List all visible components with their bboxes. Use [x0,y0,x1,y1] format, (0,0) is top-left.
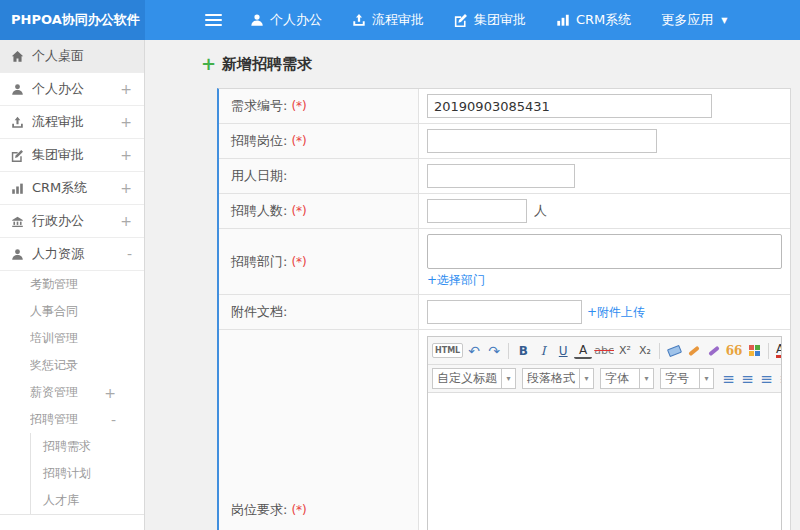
sidebar-item-hr[interactable]: 人力资源 - [0,238,144,271]
topbar: PHPOA协同办公软件 个人办公 流程审批 集团审批 CRM系统 [0,0,800,40]
field-label: 附件文档: [219,295,419,329]
sidebar-item-hr-contract[interactable]: 人事合同 [0,298,144,325]
field-label-text: 招聘人数: [231,202,287,220]
expand-minus-icon: - [111,412,116,428]
sidebar-item-label: 集团审批 [32,146,120,164]
field-value [419,159,790,193]
field-label: 用人日期: [219,159,419,193]
custom-title-select[interactable]: 自定义标题 ▾ [432,368,516,389]
sidebar-item-recruit-plan[interactable]: 招聘计划 [31,460,144,487]
nav-group-approval[interactable]: 集团审批 [454,11,526,29]
field-label: 招聘部门: (*) [219,229,419,294]
sidebar-item-admin-office[interactable]: 行政办公 + [0,205,144,238]
sidebar: 个人桌面 个人办公 + 流程审批 + 集团审批 + [0,40,145,530]
nav-label: CRM系统 [576,11,631,29]
menu-toggle-icon[interactable] [201,10,226,30]
field-label-text: 招聘部门: [231,253,287,271]
underline-icon[interactable]: U [554,341,572,361]
building-icon [11,215,32,228]
sidebar-item-label: 个人办公 [32,80,120,98]
sidebar-item-recruit-demand[interactable]: 招聘需求 [31,433,144,460]
required-mark: (*) [291,134,306,148]
sidebar-item-workflow-approval[interactable]: 流程审批 + [0,106,144,139]
sidebar-item-label: 行政办公 [32,212,120,230]
field-label-text: 附件文档: [231,303,287,321]
sidebar-item-attendance[interactable]: 考勤管理 [0,271,144,298]
select-department-link[interactable]: +选择部门 [427,272,485,289]
sidebar-item-label: 招聘管理 [30,411,111,428]
nav-personal-office[interactable]: 个人办公 [250,11,322,29]
font-color-icon[interactable]: A ▾ [774,341,781,361]
attachment-input[interactable] [427,300,582,324]
sidebar-item-group-approval[interactable]: 集团审批 + [0,139,144,172]
nav-workflow-approval[interactable]: 流程审批 [352,11,424,29]
paragraph-format-select[interactable]: 段落格式 ▾ [522,368,594,389]
expand-plus-icon: + [120,147,132,163]
department-textarea[interactable] [427,234,782,269]
html-source-button[interactable]: HTML [432,343,463,358]
color-grid-icon[interactable] [745,341,763,361]
sidebar-item-label: 流程审批 [32,113,120,131]
field-label-text: 需求编号: [231,97,287,115]
font-family-select[interactable]: 字体 ▾ [600,368,654,389]
sidebar-item-recruit-mgmt[interactable]: 招聘管理 - [0,406,144,433]
undo-icon[interactable]: ↶ [465,341,483,361]
add-icon: + [201,55,216,73]
sidebar-item-crm[interactable]: CRM系统 + [0,172,144,205]
upload-attachment-link[interactable]: +附件上传 [587,304,645,321]
page-title: 新增招聘需求 [222,55,312,74]
format-brush-icon[interactable] [685,341,703,361]
field-value: +附件上传 [419,295,790,329]
headcount-input[interactable] [427,199,527,223]
sidebar-item-talent-pool[interactable]: 人才库 [31,487,144,514]
toolbar-separator [768,343,769,359]
subscript-icon[interactable]: X₂ [636,341,654,361]
app-logo[interactable]: PHPOA协同办公软件 [0,0,145,40]
sidebar-item-personal-desktop[interactable]: 个人桌面 [0,40,144,73]
expand-plus-icon: + [120,180,132,196]
marker-pen-icon[interactable] [705,341,723,361]
blockquote-icon[interactable]: 66 [725,341,743,361]
recruit-submenu: 招聘需求 招聘计划 人才库 [30,433,144,514]
eraser-icon[interactable] [665,341,683,361]
demand-number-input[interactable] [427,94,712,118]
form-row-headcount: 招聘人数: (*) 人 [219,194,790,229]
font-border-icon[interactable]: A [574,342,592,359]
sidebar-item-personal-office[interactable]: 个人办公 + [0,73,144,106]
italic-icon[interactable]: I [534,341,552,361]
sidebar-item-rewards[interactable]: 奖惩记录 [0,352,144,379]
form-row-use-date: 用人日期: [219,159,790,194]
bold-icon[interactable]: B [514,341,532,361]
editor-content[interactable] [428,393,781,530]
field-value [419,89,790,123]
person-icon [11,248,32,261]
sidebar-item-label: 人事合同 [30,303,116,320]
use-date-input[interactable] [427,164,575,188]
align-left-icon[interactable]: ≡ [720,369,737,389]
nav-label: 集团审批 [474,11,526,29]
redo-icon[interactable]: ↷ [485,341,503,361]
font-size-select[interactable]: 字号 ▾ [660,368,714,389]
form-row-requirement: 岗位要求: (*) HTML ↶ ↷ B I U A [219,330,790,530]
bar-chart-icon [11,182,32,195]
position-input[interactable] [427,129,657,153]
expand-plus-icon: + [120,114,132,130]
sidebar-item-salary[interactable]: 薪资管理 + [0,379,144,406]
align-justify-icon[interactable]: ≡ [777,369,781,389]
strikethrough-icon[interactable]: abc [594,341,614,361]
sidebar-item-label: 培训管理 [30,330,116,347]
caret-down-icon: ▾ [579,369,593,388]
sidebar-item-label: 个人桌面 [32,47,132,65]
caret-down-icon: ▾ [639,369,653,388]
align-right-icon[interactable]: ≡ [758,369,775,389]
nav-more-apps[interactable]: 更多应用 ▼ [661,11,727,29]
superscript-icon[interactable]: X² [616,341,634,361]
sidebar-item-training[interactable]: 培训管理 [0,325,144,352]
field-label: 需求编号: (*) [219,89,419,123]
headcount-unit: 人 [534,202,547,220]
nav-crm[interactable]: CRM系统 [556,11,631,29]
align-center-icon[interactable]: ≡ [739,369,756,389]
edit-square-icon [11,149,32,162]
sidebar-item-label: 考勤管理 [30,276,116,293]
person-icon [250,13,264,27]
